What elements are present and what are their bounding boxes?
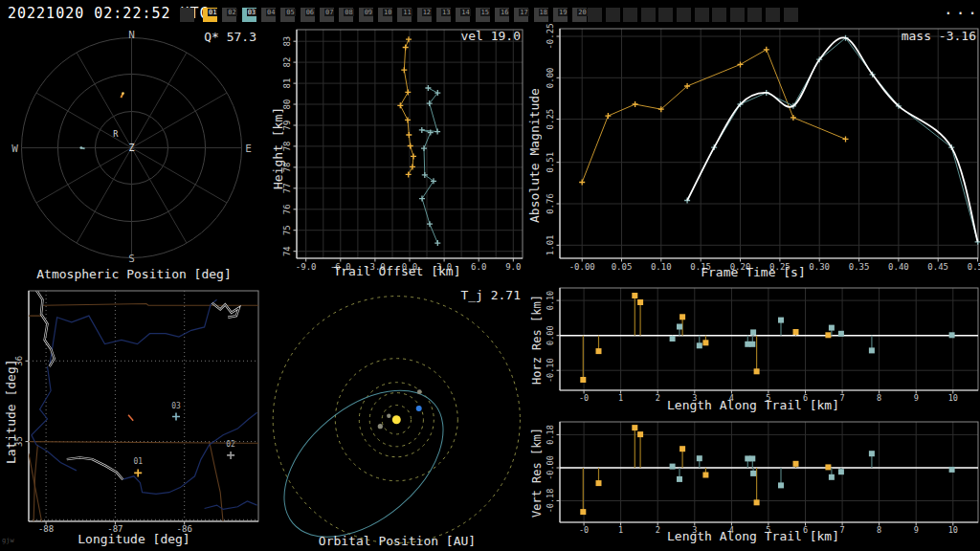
station-indicator-label: 11 [402,9,412,16]
svg-text:75: 75 [282,225,292,235]
station-indicator-label: 15 [480,9,490,16]
station-indicator-label: 20 [577,9,587,16]
svg-text:-0.10: -0.10 [546,358,555,383]
q-star-value: Q* 57.3 [0,30,256,44]
station-indicator-10[interactable]: 10 [378,8,392,22]
station-indicator-blank[interactable] [180,8,194,22]
station-indicator-blank[interactable] [641,8,656,22]
velocity-value: vel 19.0 [268,29,521,43]
station-indicator-blank[interactable] [606,8,620,22]
station-indicator-row: 0102030405060708091011121314151617181920 [0,0,980,27]
vert-res-xlabel: Length Along Trail [km] [526,529,980,543]
station-indicator-20[interactable]: 20 [572,8,587,22]
station-indicator-blank[interactable] [747,8,762,22]
atmospheric-position-plot: NESWZR [0,27,268,276]
svg-text:-0.18: -0.18 [546,489,555,514]
vert-res-ylabel: Vert Res [km] [530,423,544,523]
svg-text:01: 01 [133,457,143,466]
station-indicator-label: 19 [558,9,568,16]
station-indicator-04[interactable]: 04 [261,8,276,22]
tisserand-value: T_j 2.71 [268,288,521,302]
station-indicator-blank[interactable] [658,8,673,22]
station-indicator-06[interactable]: 06 [301,8,315,22]
station-indicator-blank[interactable] [730,8,745,22]
series-station-01 [397,36,416,177]
map-xlabel: Longitude [deg] [0,532,268,546]
body-mercury [387,414,390,418]
station-indicator-blank[interactable] [712,8,726,22]
app-window: 20221020 02:22:52 UTC 010203040506070809… [0,0,980,551]
svg-text:W: W [11,143,18,155]
horz-res-xlabel: Length Along Trail [km] [526,398,980,412]
station-indicator-08[interactable]: 08 [339,8,353,22]
svg-text:03: 03 [171,402,181,410]
station-indicator-17[interactable]: 17 [514,8,528,22]
top-bar: 20221020 02:22:52 UTC 010203040506070809… [0,0,980,27]
station-indicator-19[interactable]: 19 [553,8,568,22]
station-indicator-label: 03 [247,9,256,16]
svg-text:02: 02 [226,440,235,449]
svg-text:S: S [128,253,135,265]
meteoroid-orbit [256,362,470,551]
svg-text:Z: Z [128,143,134,153]
station-indicator-label: 02 [227,9,236,16]
station-indicator-label: 04 [266,9,276,16]
station-indicator-13[interactable]: 13 [436,8,451,22]
station-indicator-03[interactable]: 03 [242,8,256,22]
magnitude-ylabel: Absolute Magnitude [527,53,542,258]
station-indicator-11[interactable]: 11 [397,8,412,22]
orbital-title: Orbital Position [AU] [268,534,526,548]
station-indicator-02[interactable]: 02 [222,8,236,22]
magnitude-xlabel: Frame Time [s] [526,265,980,279]
atmospheric-title: Atmospheric Position [deg] [0,267,268,281]
series-station-01 [580,293,831,383]
trail-ylabel: Height [km] [271,86,285,210]
station-indicator-blank[interactable] [588,8,602,22]
station-indicator-blank[interactable] [623,8,637,22]
station-indicator-blank[interactable] [695,8,709,22]
trail-xlabel: Trail Offset [km] [268,264,526,278]
body-venus [378,424,383,429]
station-indicator-label: 13 [441,9,451,16]
station-indicator-label: 10 [383,9,392,16]
svg-text:0.25: 0.25 [546,109,555,130]
station-indicator-blank[interactable] [677,8,691,22]
station-indicator-05[interactable]: 05 [280,8,295,22]
svg-text:0.76: 0.76 [546,193,555,214]
body-earth [416,406,422,411]
station-indicator-18[interactable]: 18 [534,8,548,22]
station-indicator-blank[interactable] [766,8,780,22]
body-sun [392,415,401,424]
horizontal-residuals-plot: -0123456789100.100.00-0.10 [526,283,980,406]
series-station-03 [670,451,955,488]
station-indicator-label: 07 [324,9,334,16]
station-indicator-16[interactable]: 16 [495,8,509,22]
station-indicator-label: 14 [460,9,470,16]
station-indicator-01[interactable]: 01 [203,8,217,22]
vertical-residuals-plot: -0123456789100.18-0.00-0.18 [526,417,980,538]
map-ylabel: Latitude [deg] [4,340,18,483]
body-meteoroid [417,389,422,394]
map-marker-01: 01 [133,457,143,476]
orbital-position-plot [268,285,526,532]
station-indicator-label: 06 [305,9,315,16]
series-station-03 [419,85,441,246]
station-indicator-label: 16 [500,9,509,16]
station-indicator-12[interactable]: 12 [417,8,432,22]
station-indicator-09[interactable]: 09 [359,8,373,22]
mass-value: mass -3.16 [526,29,976,43]
horz-res-ylabel: Horz Res [km] [530,290,544,390]
watermark: gjw [2,537,14,544]
station-indicator-label: 01 [208,9,217,16]
station-indicator-14[interactable]: 14 [456,8,470,22]
station-indicator-blank[interactable] [784,8,798,22]
overflow-menu-button[interactable]: ... [944,0,980,18]
station-indicator-15[interactable]: 15 [476,8,490,22]
station-indicator-label: 09 [364,9,373,16]
map-marker-02: 02 [226,440,235,459]
station-indicator-label: 05 [285,9,295,16]
trail-offset-plot: -9.0-6.0-3.00.03.06.09.08382818079787877… [268,27,526,277]
svg-text:74: 74 [282,246,292,256]
station-indicator-07[interactable]: 07 [320,8,334,22]
svg-text:-0.00: -0.00 [546,455,555,480]
